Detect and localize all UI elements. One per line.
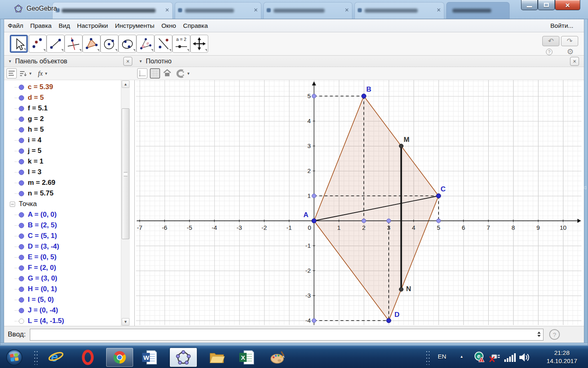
volume-tray-button[interactable] [519, 352, 531, 364]
algebra-panel-header[interactable]: ▼ Панель объектов × [4, 56, 135, 67]
chrome-button[interactable] [106, 348, 133, 367]
panel-triangle-icon[interactable]: ▼ [139, 59, 143, 63]
word-button[interactable]: W [136, 348, 163, 367]
tool-dropdown-icon[interactable] [169, 49, 171, 52]
conic-tool-button[interactable] [118, 35, 136, 53]
power-tray-button[interactable] [488, 351, 501, 365]
scrollbar-thumb[interactable] [122, 108, 129, 239]
point-J[interactable] [312, 319, 316, 323]
tray-clock[interactable]: 21:28 14.10.2017 [537, 349, 586, 365]
sign-in-menu[interactable]: Войти... [550, 22, 584, 29]
home-button[interactable] [163, 68, 173, 79]
taskbar-grip[interactable] [33, 350, 39, 365]
settings-gear-icon[interactable]: ⚙ [567, 47, 574, 56]
tool-dropdown-icon[interactable] [205, 49, 207, 52]
algebra-item-E[interactable]: E = (0, 5) [4, 252, 121, 263]
algebra-item-J[interactable]: J = (0, -4) [4, 305, 121, 316]
tool-dropdown-icon[interactable] [133, 49, 135, 52]
menu-настройки[interactable]: Настройки [77, 22, 108, 29]
algebra-item-A[interactable]: A = (0, 0) [4, 209, 121, 220]
line-tool-button[interactable] [47, 35, 65, 53]
algebra-item-i[interactable]: i = 4 [4, 135, 121, 146]
special-line-tool-button[interactable] [65, 35, 82, 53]
auxiliary-objects-button[interactable] [7, 68, 17, 79]
algebra-item-m[interactable]: m = 2.69 [4, 177, 121, 188]
tool-dropdown-icon[interactable] [151, 49, 153, 52]
visibility-bullet[interactable] [19, 212, 24, 218]
tool-dropdown-icon[interactable] [187, 49, 189, 52]
maximize-button[interactable] [538, 0, 555, 10]
point-H[interactable] [312, 194, 316, 198]
start-button[interactable] [2, 348, 27, 367]
input-history-icon[interactable] [537, 332, 541, 337]
transform-tool-button[interactable] [154, 35, 172, 53]
visibility-bullet[interactable] [19, 127, 24, 132]
visibility-bullet[interactable] [19, 159, 24, 164]
visibility-bullet[interactable] [19, 265, 24, 271]
angle-tool-button[interactable]: α [136, 35, 154, 53]
visibility-bullet[interactable] [19, 148, 24, 154]
tool-dropdown-icon[interactable] [43, 49, 45, 52]
scroll-down-button[interactable]: ▼ [122, 318, 129, 325]
algebra-item-L[interactable]: L = (4, -1.5) [4, 316, 121, 326]
algebra-item-h[interactable]: h = 5 [4, 124, 121, 135]
internet-explorer-button[interactable]: e [42, 348, 69, 367]
tool-dropdown-icon[interactable] [61, 49, 63, 52]
point-B[interactable] [362, 94, 366, 99]
tool-dropdown-icon[interactable] [24, 48, 26, 51]
visibility-bullet[interactable] [19, 244, 24, 249]
point-capturing-button[interactable]: ▼ [175, 68, 194, 79]
collapse-group-icon[interactable] [10, 202, 15, 207]
minimize-button[interactable] [521, 0, 538, 10]
algebra-item-D[interactable]: D = (3, -4) [4, 241, 121, 252]
algebra-item-n[interactable]: n = 5.75 [4, 188, 121, 199]
point-G[interactable] [387, 219, 391, 223]
visibility-bullet[interactable] [19, 180, 24, 186]
menu-справка[interactable]: Справка [183, 22, 208, 29]
algebra-item-c[interactable]: c = 5.39 [4, 82, 121, 92]
undo-button[interactable]: ↶ [542, 36, 559, 46]
algebra-item-l[interactable]: l = 3 [4, 167, 121, 177]
menu-файл[interactable]: Файл [8, 22, 23, 29]
visibility-bullet[interactable] [19, 106, 24, 111]
antivirus-tray-button[interactable]: e ! [474, 351, 485, 364]
sort-objects-button[interactable]: ▼ [19, 68, 36, 79]
algebra-item-H[interactable]: H = (0, 1) [4, 284, 121, 294]
visibility-bullet[interactable] [19, 117, 24, 122]
menu-правка[interactable]: Правка [30, 22, 51, 29]
command-input[interactable] [30, 329, 543, 340]
graphics-canvas[interactable]: -7-6-5-4-3-2-1012345678910-4-3-2-112345A… [136, 80, 581, 325]
point-A[interactable] [312, 219, 316, 223]
point-C[interactable] [437, 194, 441, 198]
network-tray-button[interactable] [504, 353, 516, 364]
close-button[interactable]: × [555, 0, 580, 10]
menu-окно[interactable]: Окно [161, 22, 176, 29]
menu-инструменты[interactable]: Инструменты [115, 22, 155, 29]
visibility-bullet[interactable] [19, 85, 24, 90]
visibility-bullet[interactable] [19, 170, 24, 175]
point-I[interactable] [437, 219, 441, 223]
slider-tool-button[interactable]: a = 2 [172, 35, 190, 53]
tray-grip[interactable] [425, 350, 431, 365]
point-D[interactable] [387, 319, 391, 323]
algebra-item-B[interactable]: B = (2, 5) [4, 220, 121, 231]
visibility-bullet[interactable] [19, 138, 24, 143]
algebra-item-d[interactable]: d = 5 [4, 92, 121, 103]
algebra-item-F[interactable]: F = (2, 0) [4, 263, 121, 273]
point-M[interactable] [399, 144, 403, 148]
visibility-bullet[interactable] [19, 319, 24, 324]
point-E[interactable] [312, 94, 316, 98]
visibility-bullet[interactable] [19, 308, 24, 313]
menu-вид[interactable]: Вид [58, 22, 70, 29]
algebra-group-points[interactable]: Точка [4, 199, 121, 209]
algebra-item-C[interactable]: C = (5, 1) [4, 231, 121, 241]
language-indicator[interactable]: EN [438, 353, 446, 360]
visibility-bullet[interactable] [19, 191, 24, 196]
graphics-panel-header[interactable]: ▼ Полотно × [135, 56, 584, 67]
input-help-button[interactable]: ? [549, 329, 560, 340]
fx-display-button[interactable]: fx ▼ [38, 68, 56, 79]
visibility-bullet[interactable] [19, 233, 24, 239]
point-tool-button[interactable] [29, 35, 47, 53]
visibility-bullet[interactable] [19, 95, 24, 101]
window-titlebar[interactable]: GeoGebra [14, 4, 57, 13]
